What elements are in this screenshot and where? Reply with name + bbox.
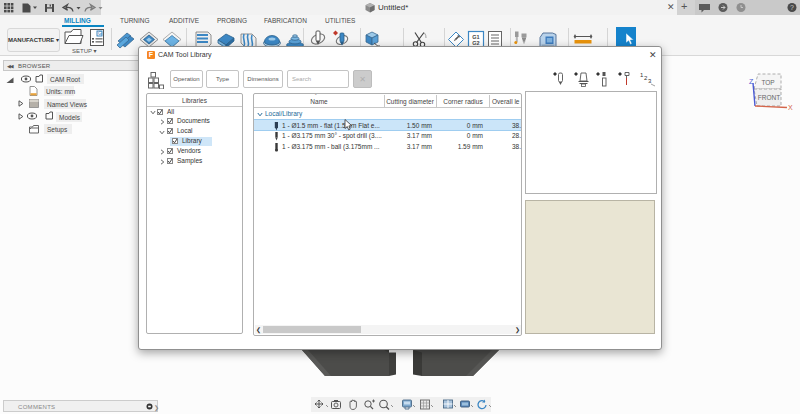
svg-text:?: ? — [790, 4, 794, 11]
svg-text:G: G — [98, 30, 102, 36]
svg-text:FRONT: FRONT — [758, 94, 780, 101]
svg-text:X: X — [788, 104, 793, 111]
svg-text:Z: Z — [749, 78, 754, 85]
svg-text:TOP: TOP — [761, 79, 774, 86]
svg-text:G1: G1 — [472, 34, 479, 40]
svg-text:3: 3 — [648, 78, 652, 84]
